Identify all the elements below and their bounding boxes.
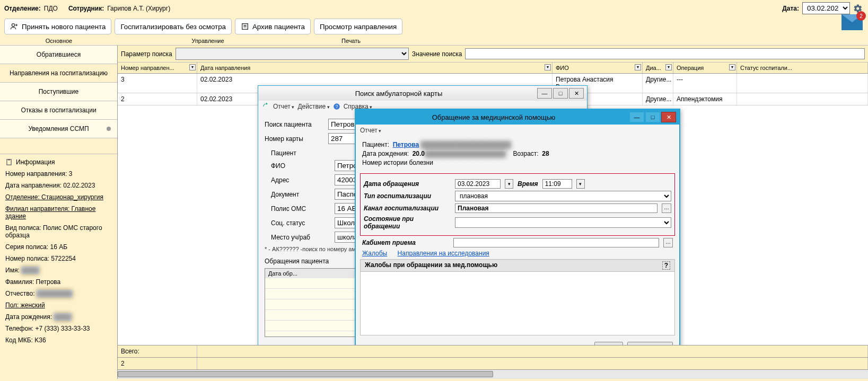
history-no-label: Номер истории болезни bbox=[362, 159, 673, 166]
info-ref-no: Номер направления: 3 bbox=[5, 170, 112, 178]
grid-header: Номер направлен...▾ Дата направления▾ ФИ… bbox=[118, 63, 868, 74]
dot-indicator bbox=[107, 127, 111, 131]
sidebar-item-referrals[interactable]: Направления на госпитализацию bbox=[0, 64, 117, 83]
social-label: Соц. статус bbox=[271, 219, 329, 227]
chevron-down-icon[interactable]: ▾ bbox=[189, 64, 196, 70]
info-branch-link[interactable]: Филиал направителя: Главное здание bbox=[5, 205, 112, 220]
maximize-button[interactable]: □ bbox=[553, 88, 568, 99]
sub-header: Основное Управление Печать bbox=[0, 37, 868, 46]
minimize-button[interactable]: — bbox=[629, 112, 644, 122]
info-ref-date: Дата направления: 02.02.2023 bbox=[5, 182, 112, 189]
chevron-down-icon[interactable]: ▾ bbox=[635, 64, 641, 70]
hosp-type-label: Тип госпитализации bbox=[364, 192, 451, 200]
content-area: Параметр поиска Значение поиска Номер на… bbox=[118, 46, 868, 379]
fio-label: ФИО bbox=[271, 162, 329, 170]
find-patient-label: Поиск пациента bbox=[265, 121, 323, 128]
dialog-title: Поиск амбулаторной карты bbox=[261, 90, 536, 98]
info-dob: Дата рождения: ████ bbox=[5, 313, 112, 321]
sidebar-item-refusals[interactable]: Отказы в госпитализации bbox=[0, 101, 117, 120]
accept-new-patient-button[interactable]: Принять нового пациента bbox=[4, 19, 111, 34]
section-print: Печать bbox=[298, 37, 404, 45]
state-select[interactable] bbox=[455, 217, 671, 228]
grid-body: 3 02.02.2023 Петрова Анастасия Влади... … bbox=[118, 74, 868, 345]
dept-label: Отделение: bbox=[4, 5, 41, 12]
date-picker-button[interactable]: ▾ bbox=[505, 179, 513, 189]
col-status[interactable]: Статус госпитали... bbox=[737, 63, 868, 73]
dialog-titlebar[interactable]: Обращение за медицинской помощью — □ ✕ bbox=[356, 110, 679, 125]
hospitalize-noexam-button[interactable]: Госпитализировать без осмотра bbox=[115, 19, 232, 34]
dob-value: 20.0 bbox=[413, 150, 425, 157]
header-bar: Отделение: ПДО Сотрудник: Гарипов А.Т. (… bbox=[0, 0, 868, 16]
minimize-button[interactable]: — bbox=[537, 88, 552, 99]
col-fio[interactable]: ФИО▾ bbox=[553, 63, 643, 73]
section-manage: Управление bbox=[118, 37, 298, 45]
complaints-header: Жалобы при обращении за мед.помощью ? bbox=[360, 259, 675, 272]
room-input[interactable] bbox=[453, 238, 659, 247]
menu-report[interactable]: Отчет bbox=[360, 127, 381, 134]
time-input[interactable] bbox=[542, 179, 572, 189]
col-ref-no[interactable]: Номер направлен...▾ bbox=[118, 63, 197, 73]
state-label: Состояние при обращении bbox=[364, 215, 451, 230]
menu-action[interactable]: Действие bbox=[297, 103, 329, 110]
add-patient-icon bbox=[10, 22, 19, 31]
info-patronymic: Отчество: ████████ bbox=[5, 290, 112, 297]
complaints-link[interactable]: Жалобы bbox=[362, 250, 387, 257]
help-icon[interactable]: ? bbox=[662, 261, 670, 270]
search-row: Параметр поиска Значение поиска bbox=[118, 46, 868, 63]
browse-button[interactable]: … bbox=[662, 203, 671, 213]
medical-appeal-dialog: Обращение за медицинской помощью — □ ✕ О… bbox=[355, 109, 680, 345]
help-icon[interactable]: ? bbox=[333, 103, 340, 110]
info-sex: Пол: женский bbox=[5, 302, 112, 309]
date-picker[interactable]: 03.02.2023 bbox=[802, 2, 850, 14]
grid-footer: Всего: bbox=[118, 345, 868, 357]
room-label: Кабинет приема bbox=[362, 239, 449, 246]
chevron-down-icon[interactable]: ▾ bbox=[545, 64, 551, 70]
time-picker-button[interactable]: ▾ bbox=[576, 179, 585, 189]
grid-footer-total: 2 bbox=[118, 357, 868, 369]
chevron-down-icon[interactable]: ▾ bbox=[665, 64, 672, 70]
maximize-button[interactable]: □ bbox=[645, 112, 660, 122]
dialog-titlebar[interactable]: Поиск амбулаторной карты — □ ✕ bbox=[258, 86, 587, 101]
close-button[interactable]: ✕ bbox=[661, 112, 676, 122]
mail-badge: 2 bbox=[856, 11, 866, 21]
col-oper[interactable]: Операция▾ bbox=[673, 63, 737, 73]
search-param-select[interactable] bbox=[176, 48, 409, 60]
sidebar-item-admitted[interactable]: Поступившие bbox=[0, 83, 117, 101]
appeal-date-label: Дата обращения bbox=[364, 180, 451, 188]
sidebar-item-applied[interactable]: Обратившиеся bbox=[0, 46, 117, 64]
info-dept-link[interactable]: Отделение: Стационар_хирургия bbox=[5, 193, 112, 201]
chevron-down-icon[interactable]: ▾ bbox=[729, 64, 735, 70]
oms-label: Полис ОМС bbox=[271, 205, 329, 212]
dialog-title: Обращение за медицинской помощью bbox=[359, 113, 628, 121]
svg-point-0 bbox=[12, 24, 14, 26]
time-label: Время bbox=[518, 180, 538, 188]
search-param-label: Параметр поиска bbox=[121, 50, 172, 58]
col-ref-date[interactable]: Дата направления▾ bbox=[197, 63, 553, 73]
col-diag[interactable]: Диа...▾ bbox=[643, 63, 673, 73]
refresh-icon[interactable] bbox=[262, 103, 270, 110]
search-value-input[interactable] bbox=[465, 48, 865, 59]
browse-button[interactable]: … bbox=[663, 238, 673, 247]
view-referral-button[interactable]: Просмотр направления bbox=[314, 19, 402, 34]
cancel-button[interactable]: Отмена bbox=[627, 342, 673, 345]
hosp-type-select[interactable]: плановая bbox=[455, 191, 671, 201]
complaints-textarea[interactable] bbox=[360, 272, 675, 335]
info-title: Информация bbox=[16, 158, 55, 166]
patient-link[interactable]: Петрова bbox=[393, 141, 419, 148]
sidebar-item-ssmp[interactable]: Уведомления ССМП bbox=[0, 120, 117, 138]
appeal-date-input[interactable] bbox=[455, 179, 501, 189]
sidebar: Обратившиеся Направления на госпитализац… bbox=[0, 46, 118, 379]
patient-archive-button[interactable]: Архив пациента bbox=[235, 19, 311, 34]
research-referrals-link[interactable]: Направления на исследования bbox=[398, 250, 489, 257]
total-label: Всего: bbox=[118, 345, 197, 357]
mail-icon[interactable]: 2 bbox=[841, 14, 863, 30]
horizontal-scrollbar[interactable] bbox=[118, 369, 868, 379]
work-label: Место уч/раб bbox=[271, 234, 329, 241]
doc-label: Документ bbox=[271, 191, 329, 198]
archive-icon bbox=[241, 22, 249, 31]
ok-button[interactable]: Ок bbox=[594, 342, 623, 345]
menu-report[interactable]: Отчет bbox=[273, 103, 294, 110]
addr-label: Адрес bbox=[271, 176, 329, 184]
close-button[interactable]: ✕ bbox=[569, 88, 584, 99]
hosp-channel-input[interactable] bbox=[455, 203, 657, 213]
